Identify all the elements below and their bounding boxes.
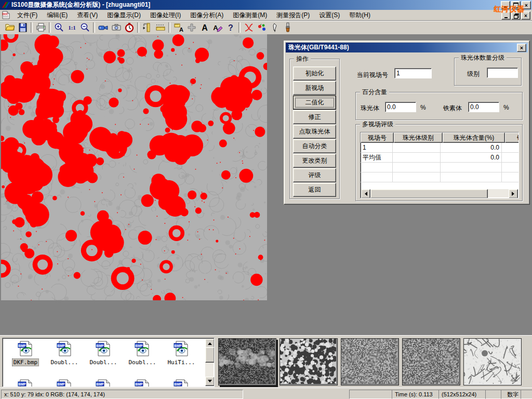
- thumbnail-metallograph-5[interactable]: [463, 338, 522, 385]
- menu-image-measure[interactable]: 图像测量(M): [228, 10, 272, 21]
- change-category-button[interactable]: 更改类别: [293, 154, 336, 168]
- file-item[interactable]: BMP Doubl...: [46, 340, 83, 366]
- menu-help[interactable]: 帮助(H): [344, 10, 375, 21]
- curve-tool-icon[interactable]: [242, 21, 255, 34]
- zoom-out-icon[interactable]: [78, 21, 91, 34]
- menu-image-display[interactable]: 图像显示(D): [102, 10, 145, 21]
- pearlite-dialog: 珠光体(GB/T9441-88) × 操作 初始化 新视场 二值化 修正 点取珠…: [284, 41, 530, 205]
- svg-text:BMP: BMP: [57, 382, 65, 386]
- current-field-input[interactable]: 1: [394, 68, 432, 78]
- video-camera-icon[interactable]: [97, 21, 110, 34]
- col-pearlite-level[interactable]: 珠光体级别: [394, 132, 443, 143]
- file-item-partial[interactable]: BMP: [163, 379, 200, 387]
- mdi-workspace: 珠光体(GB/T9441-88) × 操作 初始化 新视场 二值化 修正 点取珠…: [0, 34, 532, 335]
- grid-cross-icon[interactable]: [185, 21, 198, 34]
- file-item[interactable]: BMP DKF.bmp: [7, 340, 44, 366]
- annotate-icon[interactable]: A: [211, 21, 224, 34]
- save-icon[interactable]: [16, 21, 29, 34]
- col-ferrite[interactable]: 铁素体: [505, 132, 519, 143]
- file-item[interactable]: BMP Doubl...: [85, 340, 122, 366]
- actual-size-icon[interactable]: 1:1: [65, 21, 78, 34]
- col-field-number[interactable]: 视场号: [361, 132, 394, 143]
- grading-group: 珠光体数量分级 级别: [454, 58, 522, 86]
- svg-text:BMP: BMP: [96, 344, 104, 348]
- file-name[interactable]: HuiTi...: [167, 359, 196, 366]
- camera-capture-icon[interactable]: [110, 21, 123, 34]
- table-horizontal-scrollbar[interactable]: [361, 189, 518, 197]
- binarize-button[interactable]: 二值化: [293, 96, 336, 110]
- brush-tool-icon[interactable]: [281, 21, 294, 34]
- window-title: IS100显微摄像系统(金相分析版) - [zhuguangti01]: [11, 1, 150, 9]
- file-item[interactable]: BMP Doubl...: [124, 340, 161, 366]
- bmp-file-icon: BMP: [95, 379, 112, 387]
- timer-icon[interactable]: [123, 21, 136, 34]
- dialog-title-bar[interactable]: 珠光体(GB/T9441-88) ×: [286, 43, 528, 52]
- particle-classify-icon[interactable]: [255, 21, 268, 34]
- file-item-partial[interactable]: BMP: [7, 379, 44, 387]
- file-name[interactable]: Doubl...: [128, 359, 157, 366]
- multi-field-group-label: 多视场评级: [360, 121, 395, 128]
- title-bar: IS100显微摄像系统(金相分析版) - [zhuguangti01] ×: [0, 0, 532, 10]
- pick-pearlite-button[interactable]: 点取珠光体: [293, 125, 336, 139]
- measure-label-icon[interactable]: A: [172, 21, 185, 34]
- file-list-scrollbar[interactable]: [205, 339, 214, 386]
- auto-classify-button[interactable]: 自动分类: [293, 139, 336, 153]
- scroll-down-button[interactable]: [205, 377, 215, 386]
- correct-button[interactable]: 修正: [293, 110, 336, 124]
- svg-text:BMP: BMP: [135, 382, 143, 386]
- file-item[interactable]: BMP HuiTi...: [163, 340, 200, 366]
- pen-tool-icon[interactable]: [268, 21, 281, 34]
- scroll-right-button[interactable]: [509, 189, 518, 198]
- file-item-partial[interactable]: BMP: [124, 379, 161, 387]
- close-icon: ×: [525, 3, 528, 8]
- open-icon[interactable]: [3, 21, 16, 34]
- file-browser[interactable]: BMP DKF.bmp BMP Doubl... BMP: [2, 338, 215, 387]
- menu-measure-report[interactable]: 测量报告(P): [272, 10, 314, 21]
- rate-button[interactable]: 评级: [293, 168, 336, 182]
- menu-image-analysis[interactable]: 图像分析(A): [185, 10, 228, 21]
- zoom-in-icon[interactable]: [52, 21, 65, 34]
- menu-edit[interactable]: 编辑(E): [42, 10, 72, 21]
- file-name[interactable]: Doubl...: [89, 359, 118, 366]
- ruler-icon[interactable]: [154, 21, 167, 34]
- return-button[interactable]: 返回: [293, 183, 336, 197]
- pearlite-percent-sign: %: [420, 104, 426, 111]
- thumbnail-metallograph-4[interactable]: [402, 338, 460, 385]
- text-icon[interactable]: A: [198, 21, 211, 34]
- menu-image-processing[interactable]: 图像处理(I): [145, 10, 185, 21]
- level-input[interactable]: [487, 68, 518, 78]
- menu-settings[interactable]: 设置(S): [314, 10, 344, 21]
- pearlite-input[interactable]: 0.0: [385, 102, 416, 112]
- thumbnail-metallograph-3[interactable]: [341, 338, 399, 385]
- rating-table[interactable]: 视场号 珠光体级别 珠光体含量(%) 铁素体 1 0.0 平均值: [360, 132, 519, 198]
- help-icon[interactable]: ?: [224, 21, 237, 34]
- scroll-thumb[interactable]: [370, 189, 488, 198]
- file-name[interactable]: DKF.bmp: [12, 358, 39, 366]
- thumbnail-metallograph-2[interactable]: [280, 338, 338, 385]
- bmp-file-icon: BMP: [17, 379, 34, 387]
- caliper-icon[interactable]: [141, 21, 154, 34]
- scroll-left-button[interactable]: [361, 189, 370, 198]
- ferrite-input[interactable]: 0.0: [468, 102, 499, 112]
- bottom-panel: BMP DKF.bmp BMP Doubl... BMP: [0, 335, 532, 388]
- rating-table-header: 视场号 珠光体级别 珠光体含量(%) 铁素体: [361, 132, 518, 143]
- file-item-partial[interactable]: BMP: [46, 379, 83, 387]
- svg-text:A: A: [179, 26, 183, 33]
- metallographic-image-binarized[interactable]: [1, 34, 267, 300]
- scroll-thumb[interactable]: [205, 347, 215, 363]
- menu-view[interactable]: 查看(V): [72, 10, 102, 21]
- new-field-button[interactable]: 新视场: [293, 81, 336, 95]
- arrow-left-icon: [363, 192, 367, 196]
- file-name[interactable]: Doubl...: [50, 359, 79, 366]
- dialog-close-button[interactable]: ×: [517, 44, 526, 52]
- menu-file[interactable]: 文件(F): [12, 10, 42, 21]
- col-pearlite-content[interactable]: 珠光体含量(%): [443, 132, 505, 143]
- thumbnail-metallograph-1[interactable]: [218, 338, 276, 385]
- bmp-file-icon: BMP: [17, 340, 34, 357]
- file-item-partial[interactable]: BMP: [85, 379, 122, 387]
- table-row[interactable]: 平均值 0.0: [361, 153, 518, 163]
- print-icon[interactable]: [34, 21, 47, 34]
- table-row[interactable]: 1 0.0: [361, 143, 518, 153]
- menu-bar: DOC 文件(F) 编辑(E) 查看(V) 图像显示(D) 图像处理(I) 图像…: [0, 10, 532, 21]
- initialize-button[interactable]: 初始化: [293, 66, 336, 81]
